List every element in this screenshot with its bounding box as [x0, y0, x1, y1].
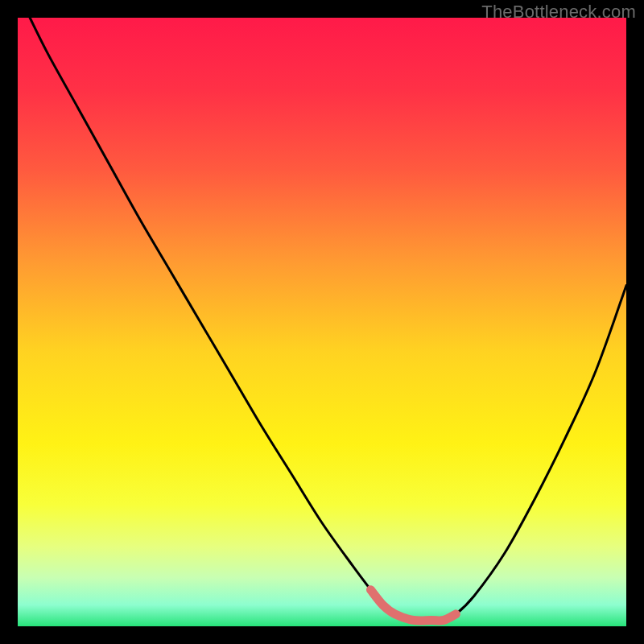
highlight-segment [370, 590, 456, 621]
bottleneck-curve [30, 18, 626, 621]
chart-frame: TheBottleneck.com [0, 0, 644, 644]
watermark-text: TheBottleneck.com [481, 2, 636, 23]
plot-area [18, 18, 626, 626]
curve-layer [18, 18, 626, 626]
